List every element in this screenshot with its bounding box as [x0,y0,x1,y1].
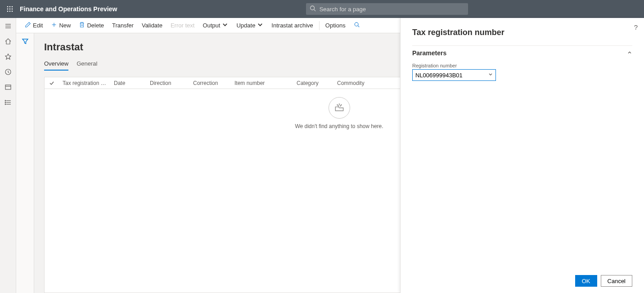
svg-point-20 [5,100,6,101]
error-text-button: Error text [167,18,198,33]
output-label: Output [203,22,220,29]
empty-folder-icon [329,97,350,119]
search-icon [354,22,360,29]
registration-number-label: Registration number [412,63,632,68]
workspaces-icon[interactable] [4,83,13,92]
svg-point-1 [9,6,11,8]
new-button[interactable]: New [47,18,75,33]
nav-collapse-icon[interactable] [4,22,13,31]
update-button[interactable]: Update [232,18,267,33]
validate-label: Validate [142,22,162,29]
parameters-section-header[interactable]: Parameters [412,45,632,60]
favorites-icon[interactable] [4,52,13,61]
left-rail [0,18,16,293]
col-item-number[interactable]: Item number [231,80,293,86]
col-date[interactable]: Date [110,80,146,86]
top-bar: Finance and Operations Preview [0,0,644,18]
cancel-button[interactable]: Cancel [601,275,632,287]
chevron-up-icon [627,49,632,57]
svg-point-3 [7,9,9,10]
pencil-icon [25,22,31,29]
chevron-down-icon [257,22,263,29]
svg-point-31 [340,106,340,106]
ok-button[interactable]: OK [575,275,597,287]
col-category[interactable]: Category [293,80,333,86]
parameters-label: Parameters [412,49,446,57]
svg-point-28 [339,104,339,104]
dialog-panel: ? Tax registration number Parameters Reg… [400,18,644,293]
registration-number-dropdown[interactable] [412,69,496,81]
chevron-down-icon [222,22,228,29]
edit-label: Edit [33,22,43,29]
search-icon [310,5,316,13]
intrastat-archive-button[interactable]: Intrastat archive [267,18,317,33]
select-all-checkmark[interactable] [45,80,59,86]
recent-icon[interactable] [4,67,13,76]
edit-button[interactable]: Edit [21,18,47,33]
svg-point-2 [12,6,13,8]
filter-icon[interactable] [22,38,29,293]
svg-point-9 [310,6,314,10]
col-tax-registration[interactable]: Tax registration num... [59,80,110,86]
svg-point-6 [7,11,9,12]
delete-label: Delete [87,22,104,29]
tab-general[interactable]: General [77,58,97,71]
help-icon[interactable]: ? [634,23,638,31]
svg-point-7 [9,11,11,12]
action-search-button[interactable] [350,18,364,33]
svg-rect-15 [5,85,11,89]
app-launcher-icon[interactable] [5,4,14,13]
svg-line-10 [314,9,315,11]
modules-icon[interactable] [4,98,13,107]
home-icon[interactable] [4,37,13,46]
col-direction[interactable]: Direction [146,80,189,86]
col-correction[interactable]: Correction [189,80,231,86]
svg-point-4 [9,9,11,10]
svg-point-22 [5,104,6,105]
filter-column [16,33,34,293]
svg-point-25 [355,22,358,26]
col-commodity[interactable]: Commodity [333,80,387,86]
options-button[interactable]: Options [321,18,350,33]
empty-text: We didn't find anything to show here. [295,123,383,129]
delete-button[interactable]: Delete [75,18,108,33]
svg-point-21 [5,102,6,103]
error-text-label: Error text [171,22,194,29]
svg-point-0 [7,6,9,8]
intrastat-archive-label: Intrastat archive [271,22,313,29]
svg-point-8 [12,11,13,12]
panel-title: Tax registration number [412,28,632,37]
validate-button[interactable]: Validate [138,18,167,33]
separator [319,21,320,30]
trash-icon [79,22,85,29]
app-title: Finance and Operations Preview [20,5,117,13]
svg-point-29 [341,105,341,105]
svg-point-27 [337,105,338,105]
plus-icon [51,22,57,29]
tab-overview[interactable]: Overview [44,58,68,71]
search-input[interactable] [306,3,468,15]
search-container [306,3,468,15]
registration-number-input[interactable] [412,69,496,81]
output-button[interactable]: Output [198,18,232,33]
update-label: Update [236,22,255,29]
transfer-label: Transfer [112,22,134,29]
transfer-button[interactable]: Transfer [108,18,138,33]
panel-footer: OK Cancel [412,275,632,287]
svg-point-30 [338,106,338,106]
options-label: Options [325,22,346,29]
svg-point-5 [12,9,13,10]
new-label: New [59,22,71,29]
svg-line-26 [358,26,359,27]
